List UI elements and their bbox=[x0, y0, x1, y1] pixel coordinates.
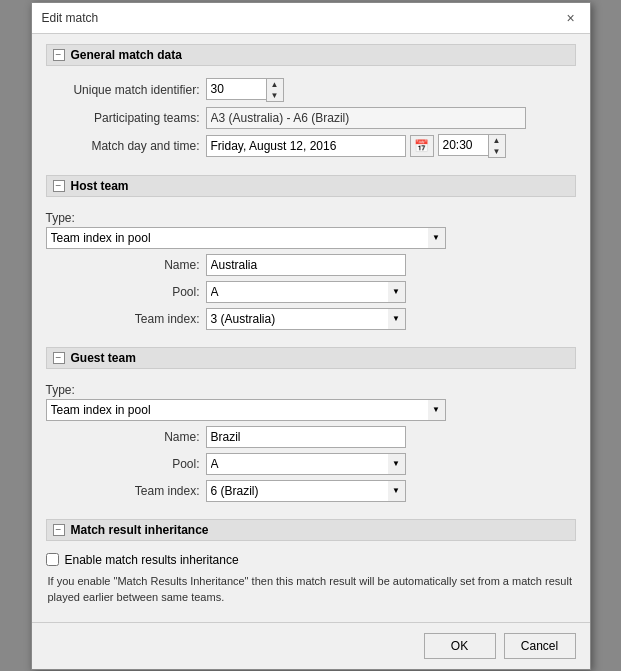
inheritance-section-content: Enable match results inheritance If you … bbox=[46, 549, 576, 612]
host-team-index-select-container: 3 (Australia) ▼ bbox=[206, 308, 406, 330]
host-team-index-row: Team index: 3 (Australia) ▼ bbox=[46, 308, 576, 330]
guest-type-label: Type: bbox=[46, 381, 576, 399]
general-section-title: General match data bbox=[71, 48, 182, 62]
match-date-input[interactable] bbox=[206, 135, 406, 157]
unique-match-up-btn[interactable]: ▲ bbox=[267, 79, 283, 90]
unique-match-row: Unique match identifier: ▲ ▼ bbox=[46, 78, 576, 102]
host-collapse-icon[interactable]: − bbox=[53, 180, 65, 192]
host-type-row: Team index in pool ▼ bbox=[46, 227, 576, 249]
guest-pool-row: Pool: A ▼ bbox=[46, 453, 576, 475]
guest-name-input[interactable] bbox=[206, 426, 406, 448]
host-pool-row: Pool: A ▼ bbox=[46, 281, 576, 303]
guest-section-content: Type: Team index in pool ▼ Name: Pool: bbox=[46, 377, 576, 513]
host-type-select-container: Team index in pool ▼ bbox=[46, 227, 446, 249]
guest-section-header: − Guest team bbox=[46, 347, 576, 369]
participating-input bbox=[206, 107, 526, 129]
guest-name-label: Name: bbox=[46, 430, 206, 444]
time-down-btn[interactable]: ▼ bbox=[489, 146, 505, 157]
time-input[interactable] bbox=[438, 134, 488, 156]
host-section-title: Host team bbox=[71, 179, 129, 193]
guest-section-title: Guest team bbox=[71, 351, 136, 365]
dialog-title: Edit match bbox=[42, 11, 99, 25]
inheritance-checkbox[interactable] bbox=[46, 553, 59, 566]
time-up-btn[interactable]: ▲ bbox=[489, 135, 505, 146]
inheritance-checkbox-row: Enable match results inheritance bbox=[46, 553, 576, 567]
dialog-footer: OK Cancel bbox=[32, 622, 590, 669]
participating-label: Participating teams: bbox=[46, 111, 206, 125]
guest-team-index-select[interactable]: 6 (Brazil) bbox=[206, 480, 406, 502]
host-section-header: − Host team bbox=[46, 175, 576, 197]
inheritance-section-header: − Match result inheritance bbox=[46, 519, 576, 541]
general-section-content: Unique match identifier: ▲ ▼ Participati… bbox=[46, 74, 576, 169]
guest-type-row: Team index in pool ▼ bbox=[46, 399, 576, 421]
guest-collapse-icon[interactable]: − bbox=[53, 352, 65, 364]
unique-match-spinner-btns: ▲ ▼ bbox=[266, 78, 284, 102]
host-section-content: Type: Team index in pool ▼ Name: Pool: bbox=[46, 205, 576, 341]
host-team-index-select[interactable]: 3 (Australia) bbox=[206, 308, 406, 330]
guest-name-row: Name: bbox=[46, 426, 576, 448]
inheritance-checkbox-label: Enable match results inheritance bbox=[65, 553, 239, 567]
guest-pool-label: Pool: bbox=[46, 457, 206, 471]
match-day-row: Match day and time: 📅 ▲ ▼ bbox=[46, 134, 576, 158]
host-name-row: Name: bbox=[46, 254, 576, 276]
unique-match-spinner: ▲ ▼ bbox=[206, 78, 284, 102]
guest-type-select[interactable]: Team index in pool bbox=[46, 399, 446, 421]
unique-match-label: Unique match identifier: bbox=[46, 83, 206, 97]
unique-match-input[interactable] bbox=[206, 78, 266, 100]
guest-team-index-select-container: 6 (Brazil) ▼ bbox=[206, 480, 406, 502]
guest-team-index-row: Team index: 6 (Brazil) ▼ bbox=[46, 480, 576, 502]
close-button[interactable]: × bbox=[562, 9, 580, 27]
time-spinner-btns: ▲ ▼ bbox=[488, 134, 506, 158]
host-pool-label: Pool: bbox=[46, 285, 206, 299]
participating-row: Participating teams: bbox=[46, 107, 576, 129]
host-name-input[interactable] bbox=[206, 254, 406, 276]
inheritance-info-text: If you enable "Match Results Inheritance… bbox=[46, 573, 576, 606]
host-pool-select-container: A ▼ bbox=[206, 281, 406, 303]
inheritance-section-title: Match result inheritance bbox=[71, 523, 209, 537]
inheritance-collapse-icon[interactable]: − bbox=[53, 524, 65, 536]
host-team-index-label: Team index: bbox=[46, 312, 206, 326]
cancel-button[interactable]: Cancel bbox=[504, 633, 576, 659]
guest-team-index-label: Team index: bbox=[46, 484, 206, 498]
time-spinner: ▲ ▼ bbox=[438, 134, 506, 158]
ok-button[interactable]: OK bbox=[424, 633, 496, 659]
guest-pool-select[interactable]: A bbox=[206, 453, 406, 475]
guest-pool-select-container: A ▼ bbox=[206, 453, 406, 475]
host-name-label: Name: bbox=[46, 258, 206, 272]
host-type-select[interactable]: Team index in pool bbox=[46, 227, 446, 249]
unique-match-down-btn[interactable]: ▼ bbox=[267, 90, 283, 101]
dialog-content: − General match data Unique match identi… bbox=[32, 34, 590, 622]
general-collapse-icon[interactable]: − bbox=[53, 49, 65, 61]
guest-type-select-container: Team index in pool ▼ bbox=[46, 399, 446, 421]
calendar-button[interactable]: 📅 bbox=[410, 135, 434, 157]
match-day-label: Match day and time: bbox=[46, 139, 206, 153]
edit-match-dialog: Edit match × − General match data Unique… bbox=[31, 2, 591, 670]
general-section-header: − General match data bbox=[46, 44, 576, 66]
host-pool-select[interactable]: A bbox=[206, 281, 406, 303]
host-type-label: Type: bbox=[46, 209, 576, 227]
dialog-titlebar: Edit match × bbox=[32, 3, 590, 34]
datetime-row: 📅 ▲ ▼ bbox=[206, 134, 506, 158]
